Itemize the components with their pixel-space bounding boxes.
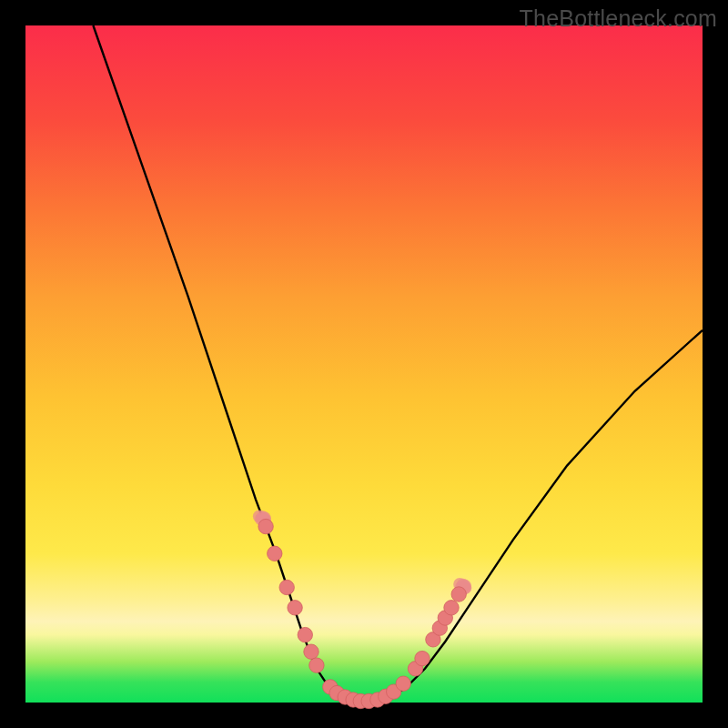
plot-area bbox=[25, 25, 703, 703]
curve-marker bbox=[304, 644, 318, 659]
curve-marker bbox=[415, 651, 430, 665]
marker-group bbox=[253, 511, 471, 709]
curve-marker bbox=[298, 627, 312, 642]
curve-marker bbox=[279, 580, 294, 594]
watermark-label: TheBottleneck.com bbox=[520, 5, 717, 32]
bottleneck-curve bbox=[93, 25, 703, 703]
curve-marker bbox=[288, 601, 302, 615]
curve-marker bbox=[268, 546, 282, 561]
curve-marker bbox=[396, 676, 410, 691]
outer-frame: TheBottleneck.com bbox=[0, 0, 728, 728]
curve-marker bbox=[451, 587, 466, 602]
curve-marker bbox=[444, 601, 459, 615]
curve-marker bbox=[258, 519, 273, 533]
curve-marker bbox=[309, 658, 324, 672]
chart-svg bbox=[25, 25, 703, 703]
